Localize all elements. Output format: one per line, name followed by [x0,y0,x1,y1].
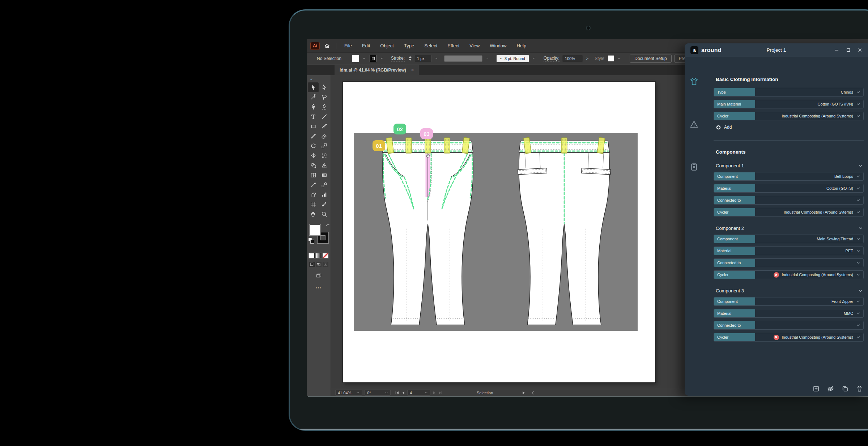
menu-window[interactable]: Window [485,39,511,52]
fill-color-swatch[interactable] [309,224,321,236]
copy-icon[interactable] [842,385,848,392]
field-material[interactable]: Material MMC [714,309,864,318]
scale-tool[interactable] [319,141,329,151]
brush-chevron-icon[interactable] [532,57,535,60]
eyedropper-tool[interactable] [308,180,319,190]
menu-type[interactable]: Type [399,39,419,52]
perspective-grid-tool[interactable] [319,160,329,170]
field-connected-to[interactable]: Connected to [714,196,864,205]
mesh-tool[interactable] [308,170,319,180]
opacity-expand-icon[interactable]: > [586,56,588,61]
field-connected-to[interactable]: Connected to [714,258,864,267]
profile-chevron-icon[interactable] [486,57,489,60]
document-setup-button[interactable]: Document Setup [630,55,671,63]
style-swatch[interactable] [608,55,614,61]
variable-width-profile[interactable] [444,55,482,62]
toolbar-more-button[interactable]: ••• [307,286,331,290]
status-play-icon[interactable] [522,391,525,395]
menu-select[interactable]: Select [419,39,442,52]
shape-builder-tool[interactable] [308,160,319,170]
fill-chevron-icon[interactable] [362,57,366,60]
default-fill-stroke-icon[interactable] [309,238,312,241]
type-tool[interactable] [308,112,319,121]
rectangle-tool[interactable] [308,121,319,131]
stroke-chevron-icon[interactable] [380,57,383,60]
eraser-tool[interactable] [319,131,329,141]
curvature-tool[interactable] [319,102,329,112]
selection-tool[interactable] [308,82,319,92]
tshirt-icon[interactable] [690,77,699,87]
zoom-level-select[interactable]: 41.04% [335,390,362,396]
menu-view[interactable]: View [464,39,485,52]
draw-behind-icon[interactable] [316,262,322,267]
tab-close-icon[interactable]: × [411,67,414,73]
field-cycler[interactable]: Cycler Industrial Composting (Around Syt… [714,208,864,216]
component-2-header[interactable]: Component 2 [716,224,863,232]
opacity-label[interactable]: Opacity: [544,56,559,61]
last-artboard-icon[interactable] [438,391,442,395]
stroke-weight-stepper[interactable] [409,56,412,61]
color-button[interactable] [309,253,315,258]
close-icon[interactable] [858,48,862,52]
menu-file[interactable]: File [339,39,357,52]
field-component[interactable]: Component Main Sewing Thread [714,235,864,243]
next-artboard-icon[interactable] [433,391,436,395]
add-button[interactable]: Add [716,124,864,131]
lasso-tool[interactable] [319,92,329,102]
stroke-swatch[interactable] [370,55,377,62]
status-back-chevron-icon[interactable] [532,391,534,395]
menu-object[interactable]: Object [375,39,399,52]
eye-off-icon[interactable] [827,385,834,392]
toolbar-collapse-button[interactable]: « [307,75,331,82]
rotate-tool[interactable] [308,141,319,151]
hand-tool[interactable] [308,209,319,219]
previous-artboard-icon[interactable] [402,391,405,395]
component-badge-01[interactable]: 01 [373,140,385,151]
magic-wand-tool[interactable] [308,92,319,102]
trash-icon[interactable] [856,385,863,392]
field-type[interactable]: Type Chinos [714,88,864,97]
minimize-icon[interactable] [834,48,839,52]
column-graph-tool[interactable] [319,190,329,200]
free-transform-tool[interactable] [319,151,329,160]
gradient-tool[interactable] [319,170,329,180]
clipboard-icon[interactable] [690,162,699,172]
field-connected-to[interactable]: Connected to [714,321,864,330]
paintbrush-tool[interactable] [319,121,329,131]
artboard-tool[interactable] [308,200,319,209]
line-tool[interactable] [319,112,329,121]
component-badge-02[interactable]: 02 [393,124,406,134]
status-bar-mode[interactable]: Selection [477,391,493,395]
field-cycler[interactable]: Cycler Industrial Composting (Around Sys… [714,270,864,279]
shaper-tool[interactable] [308,131,319,141]
direct-selection-tool[interactable] [319,82,329,92]
fill-swatch[interactable] [352,55,359,62]
first-artboard-icon[interactable] [395,391,399,395]
home-icon[interactable] [324,43,330,49]
component-3-header[interactable]: Component 3 [716,287,863,294]
draw-normal-icon[interactable] [309,262,315,267]
field-cycler[interactable]: Cycler Industrial Composting (Around Sys… [714,112,864,120]
menu-edit[interactable]: Edit [357,39,375,52]
style-chevron-icon[interactable] [617,57,621,60]
component-badge-03[interactable]: 03 [420,128,433,139]
rotation-select[interactable]: 0° [365,390,391,396]
field-main-material[interactable]: Main Material Cotton (GOTS /IVN) [714,100,864,108]
slice-tool[interactable] [319,200,329,209]
stroke-weight-chevron-icon[interactable] [435,57,438,60]
maximize-icon[interactable] [846,48,851,52]
zoom-tool[interactable] [319,209,329,219]
field-material[interactable]: Material PET [714,246,864,255]
warning-icon[interactable] [690,120,699,129]
symbol-sprayer-tool[interactable] [308,190,319,200]
pen-tool[interactable] [308,102,319,112]
gradient-button[interactable] [316,253,322,258]
stroke-weight-label[interactable]: Stroke: [391,56,405,61]
swap-fill-stroke-icon[interactable] [326,223,330,229]
screen-mode-icon[interactable] [307,273,331,279]
artboard-number-select[interactable]: 4 [407,390,430,396]
illustrator-app-icon[interactable]: Ai [310,42,320,50]
draw-inside-icon[interactable] [323,262,328,267]
field-material[interactable]: Material Cotton (GOTS) [714,184,864,193]
field-component[interactable]: Component Front Zipper [714,297,864,306]
